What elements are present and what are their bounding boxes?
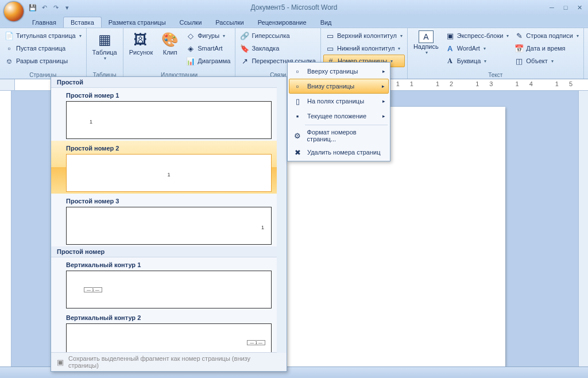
bookmark-icon: 🔖 <box>240 44 249 53</box>
close-button[interactable]: ✕ <box>574 4 585 11</box>
tab-references[interactable]: Ссылки <box>173 17 209 28</box>
quick-access-toolbar: 💾 ↶ ↷ ▾ <box>28 2 72 13</box>
clip-icon: 🎨 <box>161 30 179 49</box>
menu-page-margins[interactable]: ▯На полях страницы▸ <box>289 94 389 109</box>
page-number-gallery: Простой Простой номер 1 1 Простой номер … <box>51 76 287 372</box>
page-number-menu: ▫Вверху страницы▸ ▫Внизу страницы▸ ▯На п… <box>287 62 390 161</box>
signature-button[interactable]: ✎Строка подписи▾ <box>512 29 581 42</box>
table-icon: ▦ <box>95 30 114 49</box>
office-button[interactable] <box>3 1 24 22</box>
qat-more-icon[interactable]: ▾ <box>62 2 72 13</box>
quickparts-icon: ▣ <box>446 31 455 40</box>
gallery-item-plain-2[interactable]: Простой номер 2 1 <box>51 141 287 194</box>
quickparts-button[interactable]: ▣Экспресс-блоки▾ <box>443 29 512 42</box>
datetime-button[interactable]: 📅Дата и время <box>512 42 581 55</box>
tab-insert[interactable]: Вставка <box>63 17 102 28</box>
margins-icon: ▯ <box>292 96 303 106</box>
tab-view[interactable]: Вид <box>314 17 339 28</box>
smartart-icon: ◈ <box>186 44 195 53</box>
menu-remove-numbers[interactable]: ✖Удалить номера страниц <box>289 145 389 160</box>
object-icon: ◫ <box>514 56 524 65</box>
group-text-label: Текст <box>408 72 583 78</box>
table-button[interactable]: ▦Таблица▾ <box>89 29 121 67</box>
bookmark-button[interactable]: 🔖Закладка <box>238 42 318 55</box>
ribbon-tabs: Главная Вставка Разметка страницы Ссылки… <box>0 15 588 28</box>
page-icon: 📄 <box>5 31 14 40</box>
wordart-button[interactable]: AWordArt▾ <box>443 42 512 55</box>
vertical-ruler[interactable] <box>0 91 11 367</box>
tab-mailings[interactable]: Рассылки <box>208 17 250 28</box>
group-symbols-label: Символы <box>584 72 588 78</box>
save-icon[interactable]: 💾 <box>28 2 38 13</box>
picture-button[interactable]: 🖼Рисунок <box>126 29 157 67</box>
tab-review[interactable]: Рецензирование <box>251 17 314 28</box>
textbox-button[interactable]: AНадпись▾ <box>410 29 442 67</box>
gallery-category-simple: Простой <box>51 77 287 88</box>
gallery-item-plain-3[interactable]: Простой номер 3 1 <box>51 194 287 246</box>
menu-current-position[interactable]: ▪Текущее положение▸ <box>289 109 389 124</box>
shapes-button[interactable]: ◇Фигуры▾ <box>184 29 233 42</box>
undo-icon[interactable]: ↶ <box>39 2 49 13</box>
top-icon: ▫ <box>292 66 303 76</box>
break-icon: ⎊ <box>5 56 14 65</box>
gallery-item-vertical-1[interactable]: Вертикальный контур 1 — 1 — <box>51 257 287 310</box>
save-selection-icon: ▣ <box>56 357 65 367</box>
page-break-button[interactable]: ⎊Разрыв страницы <box>2 55 84 67</box>
blank-page-icon: ▫ <box>5 44 14 53</box>
maximize-button[interactable]: □ <box>560 4 571 11</box>
dropcap-button[interactable]: 𝐀Буквица▾ <box>443 55 512 67</box>
header-button[interactable]: ▭Верхний колонтитул▾ <box>323 29 405 42</box>
textbox-icon: A <box>419 30 434 43</box>
current-icon: ▪ <box>292 111 303 121</box>
minimize-button[interactable]: ─ <box>547 4 557 11</box>
gallery-item-vertical-2[interactable]: Вертикальный контур 2 — 1 — <box>51 310 287 352</box>
gallery-scrollbar[interactable] <box>277 77 287 353</box>
tab-layout[interactable]: Разметка страницы <box>102 17 173 28</box>
gallery-item-plain-1[interactable]: Простой номер 1 1 <box>51 88 287 141</box>
bottom-icon: ▫ <box>292 81 303 91</box>
chart-button[interactable]: 📊Диаграмма <box>184 55 233 67</box>
menu-top-of-page[interactable]: ▫Вверху страницы▸ <box>289 64 389 79</box>
shapes-icon: ◇ <box>186 31 195 40</box>
hyperlink-button[interactable]: 🔗Гиперссылка <box>238 29 318 42</box>
signature-icon: ✎ <box>514 31 524 40</box>
crossref-icon: ↗ <box>240 56 249 65</box>
dropcap-icon: 𝐀 <box>446 56 455 65</box>
header-icon: ▭ <box>326 31 335 40</box>
title-bar: 💾 ↶ ↷ ▾ Документ5 - Microsoft Word ─ □ ✕ <box>0 0 588 15</box>
footer-icon: ▭ <box>326 44 335 53</box>
date-icon: 📅 <box>514 44 524 53</box>
cover-page-button[interactable]: 📄Титульная страница▾ <box>2 29 84 42</box>
blank-page-button[interactable]: ▫Пустая страница <box>2 42 84 55</box>
menu-bottom-of-page[interactable]: ▫Внизу страницы▸ <box>289 79 389 94</box>
remove-icon: ✖ <box>292 147 303 157</box>
redo-icon[interactable]: ↷ <box>51 2 61 13</box>
format-icon: ⚙ <box>292 130 303 141</box>
menu-format-numbers[interactable]: ⚙Формат номеров страниц... <box>289 126 389 145</box>
smartart-button[interactable]: ◈SmartArt <box>184 42 233 55</box>
vertical-scrollbar[interactable] <box>578 91 588 367</box>
link-icon: 🔗 <box>240 31 249 40</box>
wordart-icon: A <box>446 44 455 53</box>
window-title: Документ5 - Microsoft Word <box>250 3 337 11</box>
tab-home[interactable]: Главная <box>25 17 63 28</box>
footer-button[interactable]: ▭Нижний колонтитул▾ <box>323 42 405 55</box>
gallery-save-selection[interactable]: ▣ Сохранить выделенный фрагмент как номе… <box>51 352 287 371</box>
gallery-category-plain-number: Простой номер <box>51 246 287 257</box>
clipart-button[interactable]: 🎨Клип <box>157 29 183 67</box>
object-button[interactable]: ◫Объект▾ <box>512 55 581 67</box>
picture-icon: 🖼 <box>131 30 150 49</box>
chart-icon: 📊 <box>186 56 195 65</box>
